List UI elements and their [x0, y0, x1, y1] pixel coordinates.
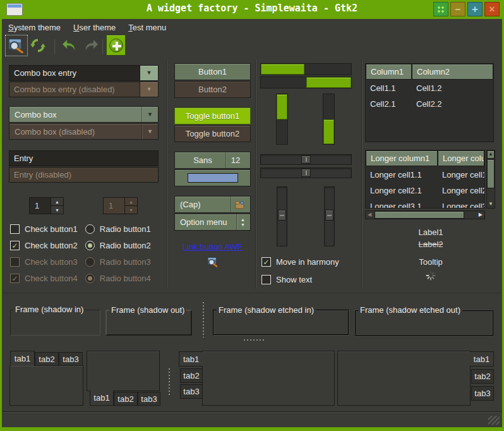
radio-2[interactable]	[85, 241, 95, 250]
radio-3-label: Radio button3	[100, 257, 151, 267]
checkbox-4-label: Check button4	[25, 274, 78, 283]
notebook-top-tab3[interactable]: tab3	[59, 352, 83, 366]
paned-handle-horizontal[interactable]	[244, 339, 266, 341]
notebook-bottom-tab3[interactable]: tab3	[138, 392, 160, 406]
scroll-right-icon[interactable]: ▶	[479, 211, 483, 219]
checkbox-1[interactable]	[10, 224, 20, 234]
scroll-down-icon[interactable]: ▼	[487, 202, 495, 207]
combo-box-entry-disabled: Combo box entry (disabled)	[9, 82, 140, 97]
spin-arrows[interactable]: ▲ ▼	[51, 198, 63, 214]
awf-icon-button[interactable]	[207, 256, 219, 269]
paned-handle-vertical[interactable]	[202, 302, 204, 337]
combo-box-entry-dropdown[interactable]: ▼	[140, 65, 159, 81]
move-in-harmony-checkbox[interactable]: ✓	[261, 257, 271, 267]
notebook-bottom-tab1[interactable]: tab1	[90, 391, 114, 406]
paned-handle-vertical[interactable]	[168, 368, 170, 395]
table-row[interactable]: Cell2.1 Cell2.2	[366, 95, 493, 111]
titlebar[interactable]: A widget factory - Simplewaita - Gtk2 − …	[0, 0, 504, 19]
spin-button[interactable]: 1 ▲ ▼	[29, 197, 64, 214]
treeview-2[interactable]: Longer column1 Longer column2 Longer cel…	[365, 150, 485, 209]
checkbox-2[interactable]: ✓	[10, 241, 20, 250]
table-row[interactable]: Longer cell2.1 Longer cell2.2	[366, 182, 484, 198]
folder-icon	[235, 200, 245, 209]
scale-horizontal-2[interactable]	[260, 167, 352, 178]
table-row[interactable]: Longer cell1.1 Longer cell1.2	[366, 166, 484, 182]
column-separator	[166, 60, 167, 289]
resize-grip[interactable]	[488, 416, 500, 425]
table-row[interactable]: Cell1.1 Cell1.2	[366, 80, 493, 95]
checkbox-4: ✓	[10, 274, 20, 283]
color-button[interactable]	[174, 169, 251, 186]
notebook-right-tab3[interactable]: tab3	[471, 386, 494, 401]
menu-test-menu[interactable]: Test menu	[122, 21, 172, 34]
link-button[interactable]: Link button AWF	[174, 242, 251, 252]
notebook-right-body	[337, 351, 471, 406]
frame-shadow-etched-out: Frame (shadow etched out)	[354, 310, 493, 336]
column-header[interactable]: Column1	[366, 64, 412, 80]
notebook-right-tab1[interactable]: tab1	[470, 351, 494, 367]
redo-button	[82, 38, 100, 55]
scrollbar-thumb[interactable]	[487, 159, 495, 188]
plus-icon	[109, 39, 123, 52]
radio-4-label: Radio button4	[100, 274, 151, 283]
table-row[interactable]: Longer cell3.1 Longer cell3.2	[366, 198, 484, 209]
scale-handle[interactable]	[325, 210, 333, 221]
combo-box[interactable]: Combo box ▼	[9, 106, 159, 123]
toggle-button2[interactable]: Toggle button2	[174, 125, 251, 142]
notebook-bottom-tab2[interactable]: tab2	[114, 392, 138, 406]
spin-button-disabled: 1 ▲ ▼	[103, 197, 138, 214]
text-entry-disabled: Entry (disabled)	[9, 167, 159, 183]
radio-1[interactable]	[85, 224, 95, 234]
combo-box-entry[interactable]: Combo box entry	[9, 65, 140, 81]
file-chooser-button[interactable]: (Cap)	[174, 196, 251, 213]
menu-system-theme[interactable]: System theme	[2, 21, 67, 34]
tooltip-label: Tooltip	[364, 257, 498, 267]
maximize-button[interactable]: +	[467, 2, 483, 16]
show-text-row: Show text	[261, 275, 312, 284]
statusbar	[2, 411, 502, 427]
scale-handle[interactable]	[301, 155, 311, 164]
minimize-button[interactable]: −	[450, 2, 465, 16]
vertical-scrollbar[interactable]: ▲ ▼	[486, 150, 495, 209]
scale-vertical-1[interactable]	[277, 186, 287, 246]
notebook-left-tab1[interactable]: tab1	[179, 351, 203, 367]
toggle-button1[interactable]: Toggle button1	[174, 107, 251, 124]
scroll-up-icon: ▲	[487, 152, 495, 157]
scale-handle[interactable]	[278, 210, 286, 221]
notebook-left-tab3[interactable]: tab3	[180, 384, 203, 399]
dots-icon	[438, 6, 444, 13]
screenshot-tool-button[interactable]	[7, 37, 26, 54]
scroll-left-icon: ◀	[368, 211, 371, 219]
refresh-icon	[30, 37, 46, 54]
close-button[interactable]: ×	[484, 2, 500, 16]
menu-user-theme[interactable]: User theme	[67, 21, 122, 34]
text-entry[interactable]: Entry	[9, 150, 159, 166]
column-header[interactable]: Longer column1	[366, 150, 438, 166]
scale-handle[interactable]	[301, 169, 311, 177]
font-button[interactable]: Sans 12	[174, 152, 251, 169]
notebook-right-tab2[interactable]: tab2	[471, 369, 494, 384]
window-menu-button[interactable]	[433, 2, 448, 16]
undo-button[interactable]	[61, 38, 78, 55]
add-button[interactable]	[106, 35, 126, 56]
progressbar-horizontal-2-rtl	[260, 76, 352, 88]
refresh-button[interactable]	[30, 37, 46, 56]
notebook-left-tab2[interactable]: tab2	[180, 368, 203, 383]
combo-separator	[141, 124, 142, 139]
show-text-checkbox[interactable]	[261, 275, 271, 284]
scale-horizontal-1[interactable]	[260, 154, 352, 165]
spin-up-icon[interactable]: ▲	[51, 198, 63, 206]
notebook-top-tab2[interactable]: tab2	[35, 352, 59, 366]
notebook-top-tab1[interactable]: tab1	[10, 351, 35, 366]
radio-3	[85, 257, 95, 267]
scrollbar-thumb[interactable]	[375, 211, 464, 219]
option-menu[interactable]: Option menu ▲▼	[174, 214, 251, 231]
column-header[interactable]: Column2	[412, 64, 493, 80]
scale-vertical-2[interactable]	[324, 186, 335, 246]
column-header[interactable]: Longer column2	[438, 150, 484, 166]
spin-down-icon[interactable]: ▼	[51, 206, 63, 214]
treeview-1[interactable]: Column1 Column2 Cell1.1 Cell1.2 Cell2.1 …	[365, 63, 494, 142]
button1[interactable]: Button1	[174, 63, 251, 80]
horizontal-scrollbar[interactable]: ◀ ▶	[365, 210, 485, 219]
harmony-row: ✓ Move in harmony	[261, 257, 339, 267]
